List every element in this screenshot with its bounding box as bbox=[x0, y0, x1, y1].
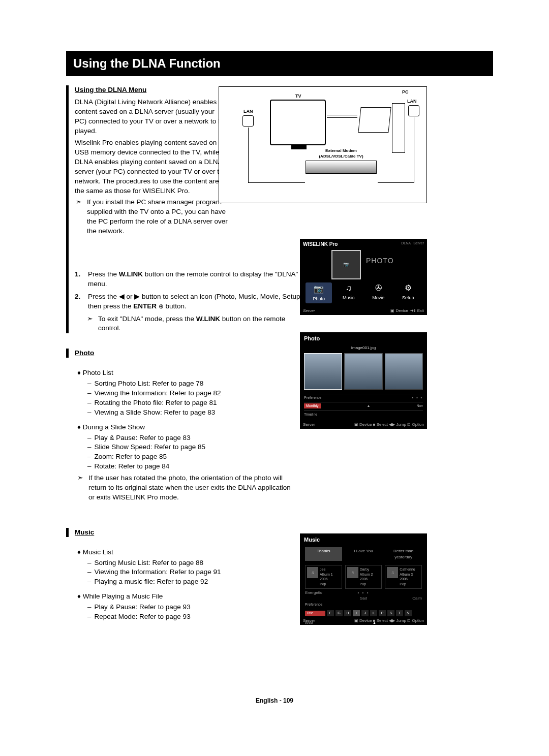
lan-port-icon bbox=[242, 115, 254, 127]
server-label: Server bbox=[303, 618, 315, 623]
music-screen-title: Music bbox=[300, 533, 427, 546]
menu-setup[interactable]: ⚙Setup bbox=[395, 282, 421, 303]
letter-cell[interactable]: H bbox=[344, 610, 351, 616]
tv-icon bbox=[270, 100, 326, 145]
arrow-icon bbox=[327, 117, 357, 118]
monitor-icon bbox=[358, 107, 391, 133]
dlna-source: DLNA : Server bbox=[401, 241, 424, 248]
music-l1: –Sorting Music List: Refer to page 88 bbox=[87, 558, 493, 568]
slide-head: ♦ During a Slide Show bbox=[77, 423, 493, 432]
section-bar bbox=[66, 528, 69, 537]
gear-icon: ⚙ bbox=[403, 282, 414, 294]
preference-label: Preference bbox=[304, 395, 321, 400]
letter-cell[interactable]: J bbox=[361, 610, 369, 616]
lan-label: LAN bbox=[243, 108, 253, 115]
album-icon: ♫ bbox=[347, 567, 358, 578]
exit-dlna-note: To exit "DLNA" mode, press the W.LINK bu… bbox=[98, 314, 295, 334]
monthly-tag[interactable]: Monthly bbox=[304, 403, 321, 408]
exit-hint: ➔⫿ Exit bbox=[410, 308, 424, 313]
footer-hints: ▣ Device ■ Select ◀▶ Jump ⊡ Option bbox=[354, 422, 424, 427]
footer-hints: ▣ Device ■ Select ◀▶ Jump ⊡ Option bbox=[354, 618, 424, 623]
step-1-text: Press the W.LINK button on the remote co… bbox=[88, 270, 307, 289]
song-tab[interactable]: Better than yesterday bbox=[385, 547, 422, 560]
album-card[interactable]: ♫ DarbyAlbum 22006Pop bbox=[345, 565, 382, 589]
letter-cell[interactable]: G bbox=[336, 610, 343, 616]
menu-music[interactable]: ♫Music bbox=[336, 282, 362, 303]
photo-l1: –Sorting Photo List: Refer to page 78 bbox=[87, 379, 493, 389]
mood-calm: Calm bbox=[385, 595, 422, 601]
note-arrow-icon: ➣ bbox=[87, 314, 95, 334]
letter-cell[interactable]: T bbox=[396, 610, 403, 616]
photo-list-head: ♦ Photo List bbox=[77, 368, 493, 378]
album-icon: ♫ bbox=[387, 567, 398, 578]
music-p2: –Repeat Mode: Refer to page 93 bbox=[87, 612, 493, 622]
photo-l2: –Viewing the Information: Refer to page … bbox=[87, 389, 493, 398]
slide-s3: –Zoom: Refer to page 85 bbox=[87, 452, 493, 462]
network-diagram: TV PC LAN LAN External Modem(ADSL/VDSL/C… bbox=[219, 86, 427, 203]
letter-cell[interactable]: V bbox=[405, 610, 412, 616]
music-l3: –Playing a music file: Refer to page 92 bbox=[87, 577, 493, 587]
photo-thumb[interactable] bbox=[344, 353, 382, 390]
tv-label: TV bbox=[295, 93, 301, 100]
wiselink-pro-screenshot: WISELINK Pro DLNA : Server 📷 PHOTO 📷Phot… bbox=[300, 239, 427, 315]
mood-energetic: Energetic bbox=[305, 590, 342, 595]
dlna-intro-2: Wiselink Pro enables playing content sav… bbox=[75, 138, 227, 196]
photo-thumb[interactable] bbox=[385, 353, 423, 390]
photo-thumb[interactable] bbox=[304, 353, 342, 390]
enter-icon bbox=[159, 302, 164, 310]
page-footer: English - 109 bbox=[0, 697, 549, 705]
modem-label: External Modem(ADSL/VDSL/Cable TV) bbox=[311, 148, 372, 159]
pc-share-note: If you install the PC share manager prog… bbox=[87, 198, 229, 236]
music-p1: –Play & Pause: Refer to page 93 bbox=[87, 603, 493, 612]
dlna-intro-1: DLNA (Digital Living Network Alliance) e… bbox=[75, 98, 227, 136]
menu-movie[interactable]: ✇Movie bbox=[365, 282, 391, 303]
photo-l3: –Rotating the Photo file: Refer to page … bbox=[87, 398, 493, 408]
camera-icon: 📷 bbox=[313, 284, 324, 295]
photo-big-label: PHOTO bbox=[366, 256, 394, 266]
letter-cell[interactable]: L bbox=[370, 610, 377, 616]
photo-screen-title: Photo bbox=[300, 332, 427, 345]
photo-l4: –Viewing a Slide Show: Refer to page 83 bbox=[87, 408, 493, 418]
camera-icon: 📷 bbox=[331, 250, 361, 279]
music-screenshot: Music Thanks I Love You Better than yest… bbox=[300, 533, 427, 625]
section-bar bbox=[66, 85, 69, 334]
pc-tower-icon bbox=[392, 103, 405, 153]
note-arrow-icon: ➣ bbox=[76, 198, 84, 236]
song-tab[interactable]: Thanks bbox=[305, 547, 342, 560]
letter-cell[interactable]: I bbox=[353, 610, 360, 616]
album-icon: ♫ bbox=[307, 567, 318, 578]
song-tab[interactable]: I Love You bbox=[345, 547, 382, 560]
wiselink-title: WISELINK Pro bbox=[303, 241, 338, 248]
letter-cell[interactable]: S bbox=[387, 610, 394, 616]
slide-s2: –Slide Show Speed: Refer to page 85 bbox=[87, 443, 493, 452]
step-1-num: 1. bbox=[75, 270, 84, 289]
server-label: Server bbox=[303, 422, 315, 427]
photo-rotate-note: If the user has rotated the photo, the o… bbox=[88, 474, 296, 502]
music-l2: –Viewing the Information: Refer to page … bbox=[87, 568, 493, 577]
preference-label: Preference bbox=[300, 601, 427, 608]
step-2-text: Press the ◀ or ▶ button to select an ico… bbox=[88, 292, 307, 311]
album-card[interactable]: ♫ CatherineAlbum 32006Pop bbox=[385, 565, 422, 589]
letter-cell[interactable]: P bbox=[379, 610, 386, 616]
photo-screenshot: Photo Image001.jpg Preference• • • Month… bbox=[300, 332, 427, 429]
play-head: ♦ While Playing a Music File bbox=[77, 592, 493, 602]
server-label: Server bbox=[303, 308, 315, 313]
slide-s1: –Play & Pause: Refer to page 83 bbox=[87, 433, 493, 443]
movie-icon: ✇ bbox=[373, 282, 384, 294]
photo-heading: Photo bbox=[75, 349, 94, 358]
slide-s4: –Rotate: Refer to page 84 bbox=[87, 462, 493, 471]
album-card[interactable]: ♫ JeeAlbum 12006Pop bbox=[305, 565, 342, 589]
nov-label: Nov bbox=[417, 403, 423, 408]
pc-label: PC bbox=[402, 89, 409, 96]
letter-cell[interactable]: F bbox=[327, 610, 334, 616]
arrow-icon bbox=[327, 115, 357, 115]
title-row-label[interactable]: Title bbox=[305, 611, 325, 616]
page-title: Using the DLNA Function bbox=[66, 51, 493, 76]
image-filename: Image001.jpg bbox=[300, 345, 427, 351]
section-bar bbox=[66, 349, 69, 358]
menu-photo[interactable]: 📷Photo bbox=[306, 282, 332, 303]
mood-sad: Sad bbox=[345, 595, 382, 601]
music-icon: ♫ bbox=[343, 282, 354, 294]
note-arrow-icon: ➣ bbox=[77, 474, 85, 502]
timeline-label: Timeline bbox=[304, 412, 317, 417]
